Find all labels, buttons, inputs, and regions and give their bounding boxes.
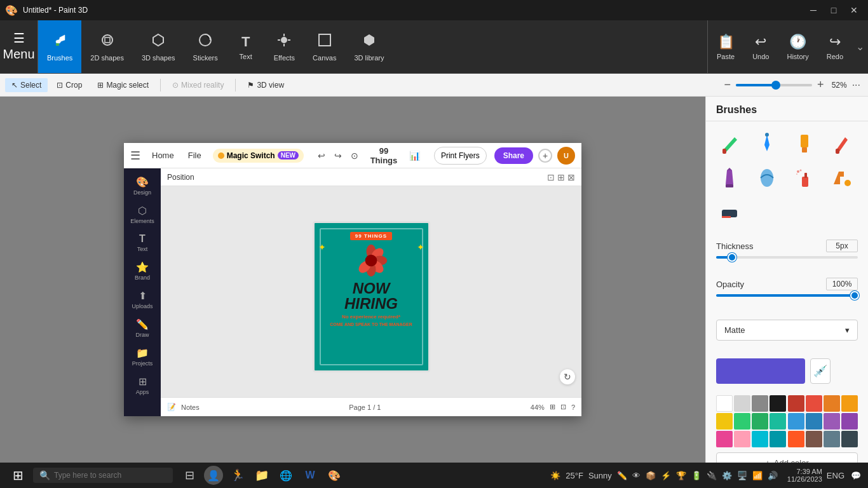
canva-sidebar-apps[interactable]: ⊞ Apps [124, 372, 161, 399]
canva-sidebar-uploads[interactable]: ⬆ Uploads [124, 286, 161, 313]
magic-select-button[interactable]: ⊞ Magic select [91, 78, 155, 92]
mixed-reality-button[interactable]: ⊙ Mixed reality [166, 78, 230, 92]
taskbar-chrome[interactable]: 🌐 [275, 463, 297, 488]
start-button[interactable]: ⊞ [5, 463, 31, 488]
brush-item-marker-wide[interactable] [789, 128, 820, 159]
canva-chart-icon[interactable]: 📊 [405, 148, 424, 163]
color-cell-black[interactable] [770, 395, 786, 412]
brush-item-watercolor[interactable] [751, 162, 783, 194]
select-button[interactable]: ↖ Select [5, 78, 48, 92]
canva-undo-button[interactable]: ↩ [314, 148, 329, 163]
menu-button[interactable]: ☰ Menu [0, 20, 38, 73]
canva-share-link-button[interactable]: ⊙ [347, 148, 362, 163]
color-cell-purple[interactable] [824, 413, 840, 430]
toolbar-item-stickers[interactable]: Stickers [184, 20, 227, 73]
color-cell-blue-gray[interactable] [824, 431, 840, 447]
toolbar-item-2d-shapes[interactable]: 2D shapes [81, 20, 133, 73]
maximize-button[interactable]: □ [825, 1, 843, 19]
canva-share-button[interactable]: Share [494, 147, 533, 164]
undo-button[interactable]: ↩ Undo [743, 20, 778, 73]
flyer-card[interactable]: 99 THINGS ✦✦ [313, 221, 430, 372]
toolbar-item-text[interactable]: T Text [227, 20, 265, 73]
color-cell-gray[interactable] [752, 395, 768, 412]
color-cell-pink[interactable] [716, 431, 733, 447]
minimize-button[interactable]: ─ [804, 1, 822, 19]
toolbar-item-effects[interactable]: Effects [265, 20, 304, 73]
search-input[interactable] [54, 471, 156, 480]
copy-icon[interactable]: ⊡ [547, 172, 555, 182]
toolbar-item-3d-shapes[interactable]: 3D shapes [133, 20, 184, 73]
brush-item-calligraphy[interactable] [751, 128, 783, 159]
matte-dropdown[interactable]: Matte ▾ [716, 320, 858, 341]
canva-avatar[interactable]: U [557, 147, 575, 165]
user-avatar-taskbar[interactable]: 👤 [202, 463, 225, 488]
color-cell-cyan[interactable] [752, 431, 768, 447]
canva-sidebar-elements[interactable]: ⬡ Elements [124, 201, 161, 228]
color-cell-dark-green[interactable] [752, 413, 768, 430]
color-cell-green[interactable] [734, 413, 750, 430]
paste-button[interactable]: 📋 Paste [708, 20, 743, 73]
canva-sidebar-brand[interactable]: ⭐ Brand [124, 257, 161, 285]
taskbar-paint3d[interactable]: 🎨 [323, 463, 346, 488]
opacity-slider-thumb[interactable] [850, 291, 859, 300]
color-cell-brown[interactable] [806, 431, 822, 447]
canva-sidebar-projects[interactable]: 📁 Projects [124, 343, 161, 370]
3d-view-button[interactable]: ⚑ 3D view [241, 78, 290, 92]
zoom-in-button[interactable]: + [815, 78, 827, 92]
color-cell-white[interactable] [716, 395, 733, 412]
close-button[interactable]: ✕ [845, 1, 863, 19]
color-cell-dark-blue-gray[interactable] [841, 431, 858, 447]
color-cell-dark-blue[interactable] [806, 413, 822, 430]
zoom-slider[interactable] [736, 84, 812, 86]
toolbar-item-brushes[interactable]: Brushes [38, 20, 81, 73]
toolbar-item-canvas[interactable]: Canvas [304, 20, 345, 73]
color-cell-red[interactable] [806, 395, 822, 412]
canva-sidebar-text[interactable]: T Text [124, 229, 161, 256]
canva-sidebar-design[interactable]: 🎨 Design [124, 172, 161, 200]
taskbar-explorer[interactable]: 📁 [250, 463, 273, 488]
color-cell-yellow[interactable] [716, 413, 733, 430]
person-icon-taskbar[interactable]: 🏃 [226, 463, 249, 488]
canva-print-button[interactable]: Print Flyers [434, 147, 487, 165]
brush-item-crayon[interactable] [714, 162, 745, 194]
notification-icon[interactable]: 💬 [849, 471, 863, 480]
taskbar-word[interactable]: W [299, 463, 322, 488]
thickness-slider-thumb[interactable] [728, 253, 736, 262]
redo-button[interactable]: ↪ Redo [818, 20, 852, 73]
crop-button[interactable]: ⊡ Crop [50, 78, 88, 92]
toolbar-expand-button[interactable]: ⌄ [852, 20, 868, 73]
canva-canvas[interactable]: Position ⊡ ⊞ ⊠ 99 THINGS ✦✦ [161, 168, 581, 416]
history-button[interactable]: 🕐 History [778, 20, 817, 73]
brush-item-pencil[interactable] [714, 128, 745, 159]
system-clock[interactable]: 7:39 AM 11/26/2023 [787, 468, 822, 483]
canva-menu-icon[interactable]: ☰ [130, 149, 140, 163]
taskbar-search[interactable]: 🔍 [33, 468, 173, 483]
eyedropper-button[interactable]: 💉 [810, 358, 831, 384]
color-cell-light-pink[interactable] [734, 431, 750, 447]
toolbar-item-3d-library[interactable]: 3D library [345, 20, 393, 73]
canva-home-button[interactable]: Home [146, 148, 180, 163]
color-cell-darkred[interactable] [788, 395, 804, 412]
opacity-value[interactable]: 100% [826, 278, 858, 290]
brush-item-spray[interactable] [789, 162, 820, 194]
color-cell-dark-purple[interactable] [841, 413, 858, 430]
brush-item-fill[interactable] [825, 162, 857, 194]
color-cell-deep-orange[interactable] [788, 431, 804, 447]
fullscreen-icon[interactable]: ⊡ [560, 403, 566, 411]
canva-plus-button[interactable]: + [538, 149, 552, 163]
thickness-slider-track[interactable] [716, 256, 858, 259]
canva-redo-button[interactable]: ↪ [330, 148, 346, 163]
brush-item-eraser[interactable] [714, 196, 745, 228]
resize-icon[interactable]: ⊠ [567, 172, 575, 182]
task-view-button[interactable]: ⊟ [178, 463, 201, 488]
zoom-out-button[interactable]: − [722, 78, 734, 92]
zoom-more-button[interactable]: ··· [850, 79, 863, 91]
canva-sidebar-draw[interactable]: ✏️ Draw [124, 315, 161, 342]
brush-item-highlighter[interactable] [825, 128, 857, 159]
color-cell-blue[interactable] [788, 413, 804, 430]
color-cell-orange[interactable] [824, 395, 840, 412]
color-cell-yellow-orange[interactable] [841, 395, 858, 412]
color-cell-dark-cyan[interactable] [770, 431, 786, 447]
selected-color-swatch[interactable] [716, 358, 805, 384]
color-cell-teal[interactable] [770, 413, 786, 430]
